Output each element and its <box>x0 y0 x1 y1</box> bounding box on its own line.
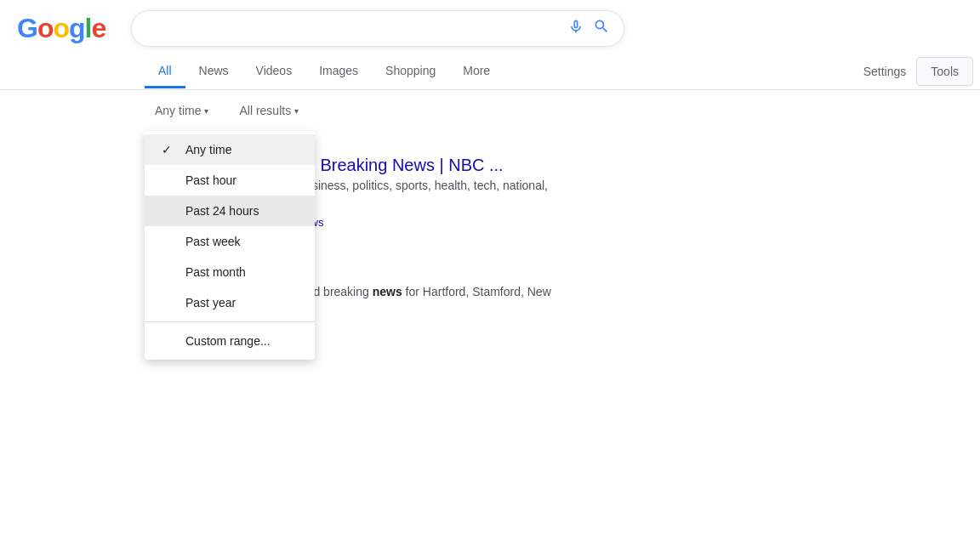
time-filter-container: Any time ▾ ✓ Any time Past hour Past 24 … <box>145 99 219 122</box>
search-icon[interactable] <box>593 18 610 39</box>
dropdown-custom-label: Custom range... <box>185 334 271 348</box>
logo-o1: o <box>37 13 54 44</box>
tab-more[interactable]: More <box>449 55 504 88</box>
results-filter-label: All results <box>239 104 291 117</box>
desc-bold: news <box>373 285 402 298</box>
tools-button[interactable]: Tools <box>916 57 973 86</box>
microphone-icon[interactable] <box>567 18 584 39</box>
logo-g: G <box>17 13 37 44</box>
time-filter-arrow: ▾ <box>204 106 208 116</box>
search-input[interactable]: News in CT <box>145 21 559 37</box>
results-filter-arrow: ▾ <box>294 106 299 116</box>
search-bar: News in CT <box>131 10 624 47</box>
time-filter-label: Any time <box>155 104 201 117</box>
dropdown-item-label: Past 24 hours <box>185 204 259 218</box>
header: Google News in CT <box>0 0 980 47</box>
dropdown-item-label: Past month <box>185 265 246 279</box>
dropdown-item-anytime[interactable]: ✓ Any time <box>145 134 315 165</box>
time-dropdown: ✓ Any time Past hour Past 24 hours Past … <box>145 131 315 360</box>
tab-images[interactable]: Images <box>305 55 372 88</box>
dropdown-item-past-week[interactable]: Past week <box>145 226 315 257</box>
dropdown-item-past-24[interactable]: Past 24 hours <box>145 196 315 226</box>
dropdown-item-past-hour[interactable]: Past hour <box>145 165 315 196</box>
dropdown-item-custom[interactable]: Custom range... <box>145 326 315 356</box>
tab-shopping[interactable]: Shopping <box>372 55 449 88</box>
google-logo[interactable]: Google <box>17 13 114 44</box>
nav-tabs: All News Videos Images Shopping More Set… <box>0 47 980 90</box>
dropdown-item-past-year[interactable]: Past year <box>145 287 315 318</box>
dropdown-item-label: Any time <box>185 143 231 156</box>
check-icon: ✓ <box>162 143 175 156</box>
results-filter-button[interactable]: All results ▾ <box>229 99 309 122</box>
tab-all[interactable]: All <box>145 55 185 88</box>
dropdown-item-past-month[interactable]: Past month <box>145 257 315 287</box>
settings-link[interactable]: Settings <box>853 56 917 87</box>
logo-l: l <box>85 13 92 44</box>
filter-bar: Any time ▾ ✓ Any time Past hour Past 24 … <box>0 90 980 131</box>
logo-e: e <box>91 13 105 44</box>
time-filter-button[interactable]: Any time ▾ <box>145 99 219 122</box>
tab-videos[interactable]: Videos <box>242 55 306 88</box>
tab-news[interactable]: News <box>185 55 242 88</box>
dropdown-item-label: Past hour <box>185 173 236 187</box>
dropdown-divider <box>145 321 315 322</box>
dropdown-item-label: Past year <box>185 296 236 310</box>
logo-o2: o <box>53 13 69 44</box>
dropdown-item-label: Past week <box>185 235 241 248</box>
logo-g2: g <box>69 13 85 44</box>
